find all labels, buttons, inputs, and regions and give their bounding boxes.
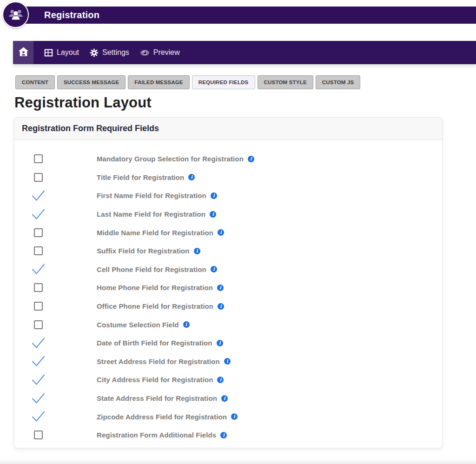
- info-icon[interactable]: i: [217, 377, 224, 383]
- required-field-row: Office Phone Field for Registration i: [14, 297, 442, 316]
- info-icon[interactable]: i: [218, 229, 224, 236]
- app-logo: [2, 1, 29, 28]
- info-icon[interactable]: i: [218, 303, 224, 310]
- tab-custom-style[interactable]: CUSTOM STYLE: [258, 75, 313, 89]
- required-fields-panel: Registration Form Required Fields Mandat…: [14, 117, 443, 448]
- tab-required-fields[interactable]: REQUIRED FIELDS: [192, 75, 255, 89]
- field-label: Home Phone Field for Registration: [97, 284, 213, 292]
- field-checkmark-icon[interactable]: [31, 392, 46, 404]
- required-field-row: Costume Selection Field i: [14, 315, 442, 334]
- field-label: Middle Name Field for Registration: [97, 229, 213, 237]
- field-checkmark-icon[interactable]: [31, 263, 46, 275]
- tab-custom-js[interactable]: CUSTOM JS: [316, 75, 361, 89]
- field-label: Costume Selection Field: [97, 321, 179, 329]
- required-field-row: Cell Phone Field for Registration i: [14, 260, 442, 279]
- field-checkbox[interactable]: [34, 154, 43, 163]
- info-icon[interactable]: i: [220, 432, 227, 438]
- info-icon[interactable]: i: [224, 358, 231, 365]
- required-field-row: Registration Form Additional Fields i: [14, 426, 442, 444]
- required-field-row: Street Address Field for Registration i: [14, 352, 442, 371]
- info-icon[interactable]: i: [221, 395, 228, 402]
- required-field-row: Title Field for Registration i: [14, 168, 442, 187]
- field-label: Suffix Field for Registration: [97, 247, 190, 255]
- field-checkmark-icon[interactable]: [31, 355, 46, 367]
- tab-success-message[interactable]: SUCCESS MESSAGE: [57, 75, 126, 89]
- nav-item-label: Preview: [153, 48, 180, 57]
- field-checkbox[interactable]: [34, 283, 43, 292]
- info-icon[interactable]: i: [183, 321, 190, 328]
- info-icon[interactable]: i: [231, 413, 238, 420]
- info-icon[interactable]: i: [211, 266, 217, 272]
- nav-item-settings[interactable]: Settings: [89, 41, 129, 64]
- field-label: Last Name Field for Registration: [97, 210, 205, 218]
- info-icon[interactable]: i: [188, 174, 195, 180]
- required-field-row: Mandatory Group Selection for Registrati…: [14, 150, 442, 168]
- field-checkbox[interactable]: [34, 246, 43, 255]
- nav-item-label: Layout: [57, 48, 79, 57]
- nav-item-home[interactable]: [13, 41, 33, 64]
- field-checkmark-icon[interactable]: [31, 190, 46, 202]
- required-field-row: Home Phone Field for Registration i: [14, 278, 442, 297]
- required-field-row: State Address Field for Registration i: [14, 389, 442, 408]
- required-field-row: Zipcode Address Field for Registration i: [14, 407, 442, 426]
- toolbar: Layout: [13, 41, 476, 64]
- field-label: Zipcode Address Field for Registration: [97, 413, 227, 421]
- app-title: Registration: [44, 10, 99, 20]
- info-icon[interactable]: i: [194, 248, 200, 254]
- field-label: Date of Birth Field for Registration: [97, 339, 212, 347]
- required-field-row: Middle Name Field for Registration i: [14, 223, 442, 242]
- info-icon[interactable]: i: [210, 211, 216, 218]
- required-field-row: First Name Field for Registration i: [14, 186, 442, 205]
- field-checkmark-icon[interactable]: [31, 337, 46, 349]
- field-label: Office Phone Field for Registration: [97, 302, 213, 310]
- required-field-row: City Address Field for Registration i: [14, 371, 442, 389]
- info-icon[interactable]: i: [248, 156, 254, 162]
- tab-content[interactable]: CONTENT: [15, 75, 55, 89]
- field-checkmark-icon[interactable]: [31, 208, 46, 220]
- required-fields-list: Mandatory Group Selection for Registrati…: [14, 140, 442, 444]
- page-title: Registration Layout: [14, 94, 152, 111]
- eye-icon: [139, 47, 150, 58]
- field-checkbox[interactable]: [34, 173, 43, 182]
- field-label: Street Address Field for Registration: [97, 358, 220, 365]
- field-checkmark-icon[interactable]: [31, 374, 46, 386]
- info-icon[interactable]: i: [211, 192, 217, 199]
- people-group-icon: [7, 6, 24, 24]
- field-label: Mandatory Group Selection for Registrati…: [97, 155, 244, 163]
- required-field-row: Date of Birth Field for Registration i: [14, 334, 442, 352]
- layout-grid-icon: [44, 48, 53, 58]
- field-label: State Address Field for Registration: [97, 394, 217, 402]
- required-field-row: Last Name Field for Registration i: [14, 205, 442, 224]
- field-label: City Address Field for Registration: [97, 376, 213, 384]
- page-bottom-divider: [0, 459, 476, 464]
- panel-title: Registration Form Required Fields: [14, 118, 442, 140]
- nav-item-preview[interactable]: Preview: [139, 41, 180, 64]
- field-label: Cell Phone Field for Registration: [97, 265, 206, 273]
- tab-failed-message[interactable]: FAILED MESSAGE: [128, 75, 189, 89]
- gear-icon: [89, 48, 99, 58]
- field-label: Title Field for Registration: [97, 173, 184, 181]
- field-checkbox[interactable]: [34, 431, 43, 439]
- info-icon[interactable]: i: [217, 285, 224, 291]
- field-checkmark-icon[interactable]: [31, 411, 46, 423]
- nav-item-layout[interactable]: Layout: [44, 41, 79, 64]
- field-checkbox[interactable]: [34, 320, 43, 329]
- info-icon[interactable]: i: [217, 340, 223, 346]
- required-field-row: Suffix Field for Registration i: [14, 242, 442, 260]
- field-label: Registration Form Additional Fields: [97, 431, 216, 439]
- nav-item-label: Settings: [102, 48, 129, 57]
- field-label: First Name Field for Registration: [97, 192, 206, 199]
- app-header: Registration: [14, 7, 476, 24]
- field-checkbox[interactable]: [34, 302, 43, 311]
- field-checkbox[interactable]: [34, 228, 43, 237]
- tab-bar: CONTENT SUCCESS MESSAGE FAILED MESSAGE R…: [15, 75, 360, 89]
- home-icon: [17, 46, 30, 60]
